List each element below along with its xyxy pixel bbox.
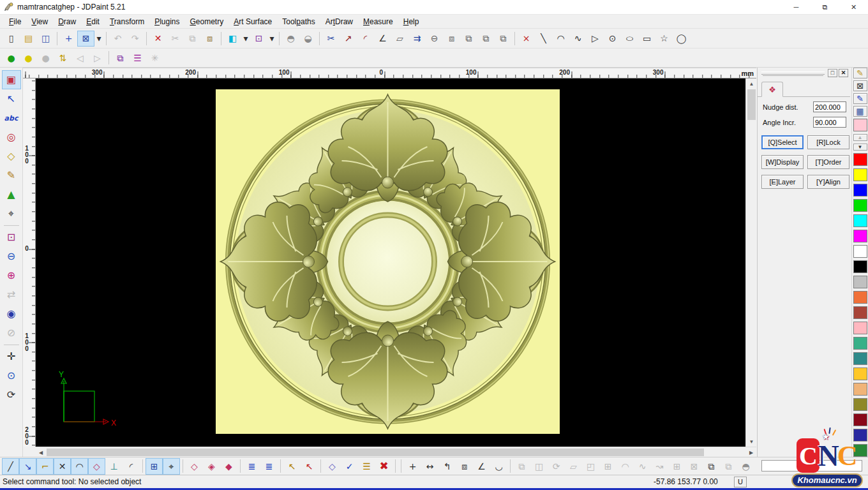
snap-perpendicular-button[interactable]: ⊥ — [105, 458, 123, 475]
measure-distance-button[interactable]: ↔ — [421, 458, 438, 475]
relief-dome-b-button[interactable]: ◒ — [299, 31, 317, 47]
relief-dome-a-button[interactable]: ◓ — [282, 31, 299, 47]
snap-tangent-button[interactable]: ◜ — [123, 458, 140, 475]
palette-swatch[interactable] — [853, 230, 867, 242]
relief-dome-button[interactable]: ◓ — [737, 458, 754, 475]
light-current-button[interactable]: ● — [20, 50, 37, 66]
zoom-out-button[interactable]: ⊖ — [2, 247, 21, 266]
snap-grid-button[interactable]: ⊞ — [146, 458, 163, 475]
select-tool-button[interactable]: ▣ — [2, 70, 21, 89]
palette-swatch[interactable] — [853, 413, 867, 426]
shape-tool-button[interactable]: ◎ — [2, 128, 21, 147]
measure-arc-button[interactable]: ◡ — [490, 458, 507, 475]
draw-polygon-button[interactable]: ◯ — [673, 31, 690, 47]
copy-array-button[interactable]: ⧉ — [495, 31, 512, 47]
pen-color-icon[interactable]: ✎ — [853, 68, 867, 78]
menu-plugins[interactable]: Plugins — [149, 15, 184, 28]
palette-scroll-down-icon[interactable]: ▼ — [853, 144, 867, 151]
align-layer-down-button[interactable]: ≣ — [243, 458, 260, 475]
draw-line-button[interactable]: ╲ — [535, 31, 552, 47]
scroll-down-arrow-icon[interactable]: ▼ — [746, 436, 757, 447]
menu-file[interactable]: File — [4, 15, 26, 28]
zoom-window-button[interactable]: ⊡ — [2, 228, 21, 247]
menu-help[interactable]: Help — [398, 15, 424, 28]
draw-star-button[interactable]: ☆ — [655, 31, 673, 47]
node-properties-button[interactable]: ☰ — [358, 458, 375, 475]
menu-artdraw[interactable]: ArtDraw — [320, 15, 358, 28]
menu-draw[interactable]: Draw — [53, 15, 81, 28]
select-panel-button[interactable]: [Q]Select — [761, 135, 804, 149]
zoom-in-button[interactable]: ⊕ — [2, 266, 21, 285]
relief-cone-tool-button[interactable]: ▲ — [2, 185, 21, 204]
unit-toggle-button[interactable]: U — [734, 477, 747, 487]
smooth-tool-button[interactable]: ✎ — [2, 166, 21, 185]
insert-point-button[interactable]: + — [404, 458, 421, 475]
snap-corner-button[interactable]: ⌐ — [36, 458, 54, 475]
snap-endpoint-button[interactable]: ╱ — [2, 458, 19, 475]
minimize-button[interactable]: ─ — [782, 0, 811, 15]
measure-angle-button[interactable]: ∠ — [473, 458, 490, 475]
select-frame-button[interactable]: ⊠ — [77, 31, 94, 47]
no-color-icon[interactable]: ⊠ — [853, 80, 867, 91]
display-panel-button[interactable]: [W]Display — [761, 155, 804, 169]
select-frame-dropdown-button[interactable]: ▾ — [94, 31, 103, 47]
palette-swatch[interactable] — [853, 153, 867, 166]
copy-translate-button[interactable]: ⧉ — [460, 31, 477, 47]
menu-transform[interactable]: Transform — [105, 15, 149, 28]
menu-geometry[interactable]: Geometry — [185, 15, 229, 28]
draw-rectangle-button[interactable]: ▭ — [638, 31, 655, 47]
snap-quadrant-button[interactable]: ◇ — [88, 458, 105, 475]
panel-close-button[interactable]: ✕ — [839, 69, 848, 77]
crosshair-button[interactable]: + — [60, 31, 77, 47]
make-slot-button[interactable]: ⊖ — [426, 31, 443, 47]
palette-swatch[interactable] — [853, 214, 867, 227]
order-panel-button[interactable]: [T]Order — [807, 155, 849, 169]
node-edit-tool-button[interactable]: ↖ — [2, 89, 21, 108]
offset-curve-button[interactable]: ⇉ — [408, 31, 426, 47]
palette-swatch[interactable] — [853, 383, 867, 396]
chamfer-corner-button[interactable]: ∠ — [374, 31, 391, 47]
eyedropper-icon[interactable]: ✎ — [853, 93, 867, 104]
edit-colors-icon[interactable]: ▦ — [853, 106, 867, 117]
menu-edit[interactable]: Edit — [81, 15, 105, 28]
snap-arc-center-button[interactable]: ◠ — [71, 458, 88, 475]
palette-scroll-up-icon[interactable]: ▲ — [853, 134, 867, 141]
draw-polyline-button[interactable]: ▷ — [587, 31, 604, 47]
lock-panel-button[interactable]: [R]Lock — [807, 135, 849, 149]
horizontal-scrollbar[interactable]: ◀ ▶ — [36, 447, 756, 457]
menu-art-surface[interactable]: Art Surface — [228, 15, 277, 28]
align-layer-up-button[interactable]: ≣ — [260, 458, 278, 475]
panel-header[interactable]: □ ✕ — [758, 68, 850, 79]
menu-toolpaths[interactable]: Toolpaths — [277, 15, 320, 28]
draw-point-button[interactable]: × — [518, 31, 535, 47]
draw-arc-button[interactable]: ◠ — [552, 31, 569, 47]
snap-nearest-button[interactable]: ↘ — [19, 458, 36, 475]
pick-add-node-button[interactable]: ↖ — [283, 458, 301, 475]
show-startpoint-button[interactable]: ◆ — [220, 458, 237, 475]
pan-view-button[interactable]: ✛ — [2, 347, 21, 366]
paste-button[interactable]: ⧈ — [201, 31, 218, 47]
panel-grip[interactable] — [761, 71, 825, 75]
current-color-swatch[interactable] — [853, 119, 867, 131]
copy-mirror-button[interactable]: ⧉ — [477, 31, 495, 47]
new-file-button[interactable]: ▯ — [3, 31, 20, 47]
light-all-button[interactable]: ● — [3, 50, 20, 66]
palette-swatch[interactable] — [853, 260, 867, 273]
close-button[interactable]: ✕ — [839, 0, 868, 15]
menu-measure[interactable]: Measure — [358, 15, 398, 28]
scroll-up-arrow-icon[interactable]: ▲ — [746, 78, 757, 89]
measure-path-button[interactable]: ↰ — [438, 458, 456, 475]
snap-intersection-button[interactable]: ✕ — [54, 458, 71, 475]
layer-panel-button[interactable]: [E]Layer — [761, 175, 804, 189]
trim-curve-button[interactable]: ✂ — [322, 31, 340, 47]
palette-swatch[interactable] — [853, 199, 867, 212]
palette-swatch[interactable] — [853, 322, 867, 334]
horizontal-scroll-thumb[interactable] — [47, 449, 704, 456]
open-file-button[interactable]: ▤ — [20, 31, 37, 47]
color-fill-dropdown-button[interactable]: ▾ — [241, 31, 250, 47]
object-browser-button[interactable]: ☰ — [129, 50, 146, 66]
nudge-distance-input[interactable] — [813, 101, 846, 112]
erase-tool-button[interactable]: ◇ — [2, 147, 21, 166]
measure-rect-button[interactable]: ⧈ — [456, 458, 473, 475]
restore-button[interactable]: ⧉ — [811, 0, 839, 15]
